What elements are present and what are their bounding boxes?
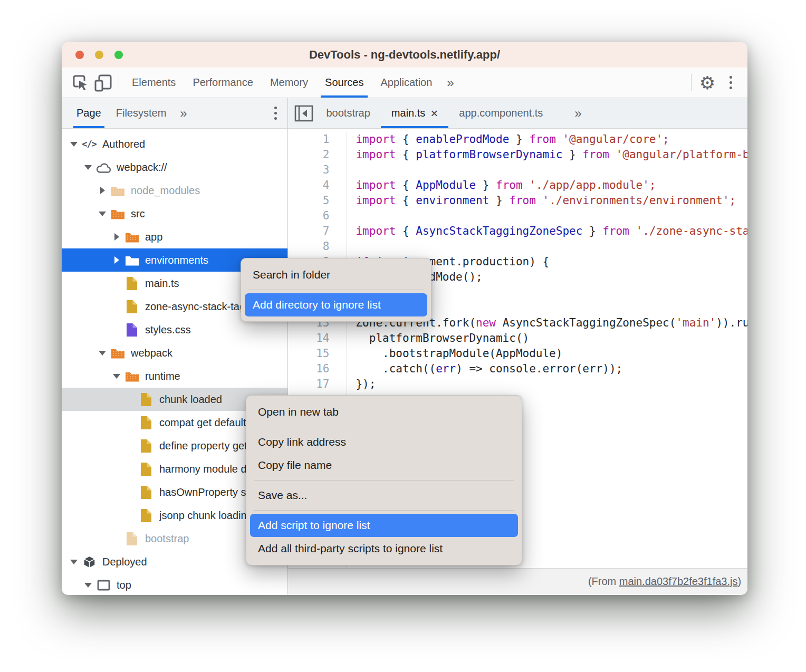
toolbar-divider-right — [691, 74, 692, 91]
panel-tab-performance[interactable]: Performance — [184, 68, 262, 98]
line-number[interactable]: 15 — [288, 346, 329, 361]
chevron-down-icon[interactable] — [81, 165, 95, 170]
sidebar-tab-page[interactable]: Page — [69, 98, 109, 128]
tree-item-runtime[interactable]: runtime — [62, 364, 287, 388]
editor-tab-main-ts[interactable]: main.ts× — [381, 98, 448, 128]
file-context-menu: Open in new tabCopy link addressCopy fil… — [246, 395, 522, 565]
window-title: DevTools - ng-devtools.netlify.app/ — [62, 48, 747, 62]
collapse-sidebar-icon[interactable] — [292, 98, 315, 128]
menu-separator — [248, 290, 424, 290]
sidebar-tab-filesystem[interactable]: Filesystem — [109, 98, 174, 128]
menu-item-copy-file-name[interactable]: Copy file name — [250, 454, 518, 477]
tab-label: Application — [380, 76, 432, 89]
tree-item-label: chunk loaded — [159, 393, 222, 406]
tree-item-label: src — [131, 208, 145, 220]
folder-orange — [109, 208, 126, 219]
code-line-14: platformBrowserDynamic() — [356, 331, 747, 346]
menu-item-add-all-third-party-scripts-to-ignore-list[interactable]: Add all third-party scripts to ignore li… — [250, 537, 518, 560]
sidebar-kebab-icon[interactable] — [274, 98, 287, 128]
toolbar-divider — [119, 74, 119, 91]
chevron-down-icon[interactable] — [81, 583, 95, 588]
tree-item-app[interactable]: app — [62, 225, 287, 248]
line-number[interactable]: 17 — [288, 377, 329, 392]
tab-label: app.component.ts — [459, 107, 543, 119]
tab-label: bootstrap — [326, 107, 370, 119]
panel-tabs: ElementsPerformanceMemorySourcesApplicat… — [123, 68, 440, 98]
menu-item-add-script-to-ignore-list[interactable]: Add script to ignore list — [250, 514, 518, 537]
folder-dim — [109, 185, 126, 196]
tree-item-label: app — [145, 231, 162, 243]
line-number[interactable]: 8 — [288, 239, 329, 254]
file-yellow — [138, 462, 155, 476]
editor-more-tabs-chevron[interactable]: » — [568, 98, 588, 128]
menu-item-add-directory-to-ignore-list[interactable]: Add directory to ignore list — [245, 293, 427, 316]
code-line-4: import { AppModule } from './app/app.mod… — [356, 178, 747, 193]
close-tab-icon[interactable]: × — [430, 107, 438, 120]
tree-item-label: Deployed — [102, 556, 147, 568]
menu-item-open-in-new-tab[interactable]: Open in new tab — [250, 400, 518, 424]
code-line-17: }); — [356, 377, 747, 392]
editor-tab-bootstrap[interactable]: bootstrap — [315, 98, 380, 128]
sidebar-more-tabs-chevron[interactable]: » — [174, 98, 193, 128]
folder-orange — [109, 348, 126, 359]
panel-tab-sources[interactable]: Sources — [316, 68, 372, 98]
settings-gear-icon[interactable]: ⚙ — [696, 68, 719, 98]
folder-white — [123, 255, 140, 266]
line-number[interactable]: 4 — [288, 178, 329, 193]
line-number[interactable]: 3 — [288, 162, 329, 178]
menu-item-search-in-folder[interactable]: Search in folder — [245, 263, 427, 286]
devtools-window: DevTools - ng-devtools.netlify.app/ Elem… — [62, 42, 747, 595]
more-panels-chevron[interactable]: » — [440, 68, 460, 98]
line-number[interactable]: 16 — [288, 361, 329, 377]
tree-item-webpack[interactable]: webpack:// — [62, 156, 287, 179]
chevron-down-icon[interactable] — [67, 142, 81, 147]
tab-label: Memory — [270, 76, 308, 89]
device-toolbar-icon[interactable] — [91, 68, 114, 98]
file-yellow — [123, 300, 140, 314]
editor-tab-app-component-ts[interactable]: app.component.ts — [448, 98, 553, 128]
line-number[interactable]: 1 — [288, 132, 329, 147]
menu-separator — [254, 427, 514, 427]
code-line-8 — [356, 239, 747, 254]
tree-item-node-modules[interactable]: node_modules — [62, 179, 287, 202]
chevron-down-icon[interactable] — [95, 212, 109, 216]
inspect-element-icon[interactable] — [68, 68, 91, 98]
line-number[interactable]: 14 — [288, 331, 329, 346]
code-line-6 — [356, 208, 747, 224]
folder-orange — [123, 371, 140, 382]
customize-kebab-icon[interactable] — [719, 68, 742, 98]
source-map-info: (From main.da03f7b2fe3f1fa3.js) — [588, 575, 741, 588]
chevron-right-icon[interactable] — [95, 187, 109, 194]
code-line-5: import { environment } from './environme… — [356, 193, 747, 208]
line-number[interactable]: 6 — [288, 208, 329, 224]
chevron-down-icon[interactable] — [110, 374, 123, 379]
file-yellow — [138, 439, 155, 453]
editor-tab-bar: bootstrapmain.ts×app.component.ts » — [288, 98, 747, 129]
line-number[interactable]: 2 — [288, 147, 329, 162]
tree-item-src[interactable]: src — [62, 202, 287, 225]
folder-orange — [123, 232, 140, 243]
panel-tab-application[interactable]: Application — [372, 68, 440, 98]
line-number[interactable]: 7 — [288, 224, 329, 239]
tree-item-label: webpack:// — [117, 161, 167, 174]
chevron-down-icon[interactable] — [67, 560, 81, 564]
sidebar-tabs: PageFilesystem — [69, 98, 174, 128]
devtools-toolbar: ElementsPerformanceMemorySourcesApplicat… — [62, 68, 747, 98]
code-line-3 — [356, 162, 747, 178]
code-line-1: import { enableProdMode } from '@angular… — [356, 132, 747, 147]
tree-item-top[interactable]: top — [62, 573, 287, 594]
chevron-right-icon[interactable] — [110, 233, 123, 241]
file-yellow — [138, 508, 155, 523]
menu-item-save-as[interactable]: Save as... — [250, 484, 518, 507]
source-map-link[interactable]: main.da03f7b2fe3f1fa3.js — [619, 575, 738, 587]
chevron-right-icon[interactable] — [110, 256, 123, 264]
tree-item-label: runtime — [145, 370, 180, 382]
line-number[interactable]: 5 — [288, 193, 329, 208]
panel-tab-elements[interactable]: Elements — [123, 68, 184, 98]
code-icon: </> — [81, 139, 98, 149]
tree-item-authored[interactable]: </>Authored — [62, 132, 287, 156]
panel-tab-memory[interactable]: Memory — [262, 68, 316, 98]
tree-item-webpack[interactable]: webpack — [62, 341, 287, 364]
chevron-down-icon[interactable] — [95, 351, 109, 356]
menu-item-copy-link-address[interactable]: Copy link address — [250, 430, 518, 454]
